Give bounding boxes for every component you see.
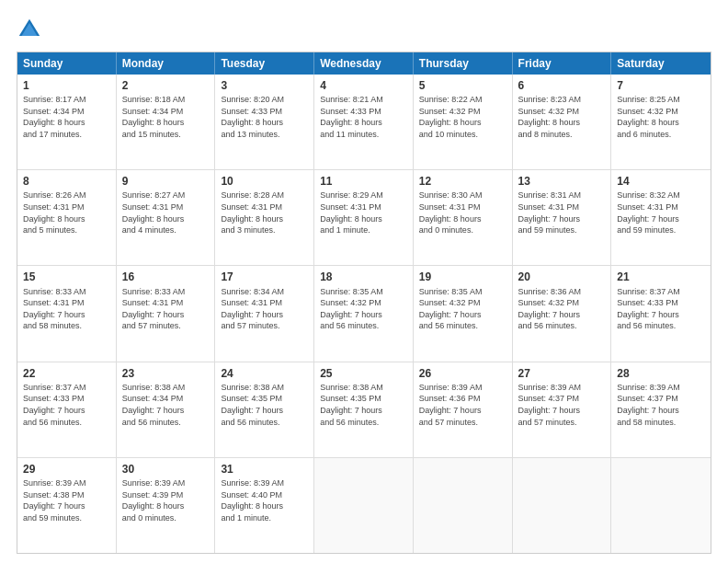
day-number: 23 [122, 366, 210, 381]
day-number: 28 [617, 366, 705, 381]
day-number: 12 [419, 174, 506, 189]
page: SundayMondayTuesdayWednesdayThursdayFrid… [0, 0, 728, 563]
calendar-cell-day-24: 24Sunrise: 8:38 AM Sunset: 4:35 PM Dayli… [215, 362, 314, 457]
calendar-cell-day-29: 29Sunrise: 8:39 AM Sunset: 4:38 PM Dayli… [17, 458, 117, 553]
calendar-cell-day-9: 9Sunrise: 8:27 AM Sunset: 4:31 PM Daylig… [117, 170, 216, 265]
day-number: 2 [122, 78, 210, 93]
day-info: Sunrise: 8:29 AM Sunset: 4:31 PM Dayligh… [320, 190, 407, 236]
day-number: 10 [221, 174, 308, 189]
day-number: 20 [518, 270, 606, 284]
day-info: Sunrise: 8:34 AM Sunset: 4:31 PM Dayligh… [221, 286, 308, 332]
day-info: Sunrise: 8:23 AM Sunset: 4:32 PM Dayligh… [518, 94, 606, 140]
calendar-cell-empty [513, 458, 612, 553]
calendar-cell-day-13: 13Sunrise: 8:31 AM Sunset: 4:31 PM Dayli… [513, 170, 612, 265]
day-info: Sunrise: 8:39 AM Sunset: 4:37 PM Dayligh… [518, 382, 606, 428]
day-info: Sunrise: 8:30 AM Sunset: 4:31 PM Dayligh… [419, 190, 506, 236]
day-info: Sunrise: 8:38 AM Sunset: 4:35 PM Dayligh… [221, 382, 308, 428]
day-number: 27 [518, 366, 606, 381]
day-number: 5 [419, 78, 506, 93]
day-info: Sunrise: 8:39 AM Sunset: 4:40 PM Dayligh… [221, 477, 308, 523]
calendar-row-4: 29Sunrise: 8:39 AM Sunset: 4:38 PM Dayli… [17, 457, 711, 553]
day-number: 18 [320, 270, 407, 284]
calendar-cell-day-21: 21Sunrise: 8:37 AM Sunset: 4:33 PM Dayli… [611, 266, 711, 361]
calendar-cell-day-28: 28Sunrise: 8:39 AM Sunset: 4:37 PM Dayli… [611, 362, 711, 457]
day-number: 7 [617, 78, 705, 93]
calendar-cell-day-15: 15Sunrise: 8:33 AM Sunset: 4:31 PM Dayli… [17, 266, 117, 361]
day-info: Sunrise: 8:39 AM Sunset: 4:38 PM Dayligh… [23, 477, 110, 523]
calendar: SundayMondayTuesdayWednesdayThursdayFrid… [17, 52, 711, 554]
calendar-cell-day-20: 20Sunrise: 8:36 AM Sunset: 4:32 PM Dayli… [513, 266, 612, 361]
day-info: Sunrise: 8:35 AM Sunset: 4:32 PM Dayligh… [320, 286, 407, 332]
day-info: Sunrise: 8:39 AM Sunset: 4:36 PM Dayligh… [419, 382, 506, 428]
calendar-cell-day-25: 25Sunrise: 8:38 AM Sunset: 4:35 PM Dayli… [314, 362, 414, 457]
day-number: 25 [320, 366, 407, 381]
calendar-cell-day-1: 1Sunrise: 8:17 AM Sunset: 4:34 PM Daylig… [17, 75, 117, 169]
day-info: Sunrise: 8:38 AM Sunset: 4:35 PM Dayligh… [320, 382, 407, 428]
day-info: Sunrise: 8:36 AM Sunset: 4:32 PM Dayligh… [518, 286, 606, 332]
calendar-cell-day-17: 17Sunrise: 8:34 AM Sunset: 4:31 PM Dayli… [215, 266, 314, 361]
day-info: Sunrise: 8:37 AM Sunset: 4:33 PM Dayligh… [23, 382, 110, 428]
day-info: Sunrise: 8:32 AM Sunset: 4:31 PM Dayligh… [617, 190, 705, 236]
header-day-thursday: Thursday [414, 52, 513, 75]
day-info: Sunrise: 8:39 AM Sunset: 4:39 PM Dayligh… [122, 477, 210, 523]
day-info: Sunrise: 8:25 AM Sunset: 4:32 PM Dayligh… [617, 94, 705, 140]
day-number: 30 [122, 462, 210, 477]
header [17, 17, 711, 42]
day-info: Sunrise: 8:28 AM Sunset: 4:31 PM Dayligh… [221, 190, 308, 236]
day-info: Sunrise: 8:17 AM Sunset: 4:34 PM Dayligh… [23, 94, 110, 140]
calendar-cell-day-31: 31Sunrise: 8:39 AM Sunset: 4:40 PM Dayli… [215, 458, 314, 553]
day-info: Sunrise: 8:38 AM Sunset: 4:34 PM Dayligh… [122, 382, 210, 428]
day-info: Sunrise: 8:39 AM Sunset: 4:37 PM Dayligh… [617, 382, 705, 428]
calendar-cell-day-12: 12Sunrise: 8:30 AM Sunset: 4:31 PM Dayli… [414, 170, 513, 265]
calendar-cell-day-27: 27Sunrise: 8:39 AM Sunset: 4:37 PM Dayli… [513, 362, 612, 457]
calendar-cell-empty [414, 458, 513, 553]
day-number: 31 [221, 462, 308, 477]
day-number: 3 [221, 78, 308, 93]
day-number: 16 [122, 270, 210, 284]
day-number: 21 [617, 270, 705, 284]
header-day-friday: Friday [513, 52, 612, 75]
header-day-saturday: Saturday [611, 52, 711, 75]
day-info: Sunrise: 8:22 AM Sunset: 4:32 PM Dayligh… [419, 94, 506, 140]
calendar-cell-day-6: 6Sunrise: 8:23 AM Sunset: 4:32 PM Daylig… [513, 75, 612, 169]
calendar-body: 1Sunrise: 8:17 AM Sunset: 4:34 PM Daylig… [17, 75, 711, 553]
calendar-cell-day-7: 7Sunrise: 8:25 AM Sunset: 4:32 PM Daylig… [611, 75, 711, 169]
day-number: 11 [320, 174, 407, 189]
calendar-cell-day-26: 26Sunrise: 8:39 AM Sunset: 4:36 PM Dayli… [414, 362, 513, 457]
day-number: 8 [23, 174, 110, 189]
calendar-cell-day-30: 30Sunrise: 8:39 AM Sunset: 4:39 PM Dayli… [117, 458, 216, 553]
day-number: 4 [320, 78, 407, 93]
calendar-cell-day-16: 16Sunrise: 8:33 AM Sunset: 4:31 PM Dayli… [117, 266, 216, 361]
calendar-row-3: 22Sunrise: 8:37 AM Sunset: 4:33 PM Dayli… [17, 362, 711, 457]
calendar-cell-day-8: 8Sunrise: 8:26 AM Sunset: 4:31 PM Daylig… [17, 170, 117, 265]
calendar-cell-day-23: 23Sunrise: 8:38 AM Sunset: 4:34 PM Dayli… [117, 362, 216, 457]
day-number: 26 [419, 366, 506, 381]
day-number: 1 [23, 78, 110, 93]
calendar-cell-day-3: 3Sunrise: 8:20 AM Sunset: 4:33 PM Daylig… [215, 75, 314, 169]
day-number: 15 [23, 270, 110, 284]
day-number: 19 [419, 270, 506, 284]
day-info: Sunrise: 8:21 AM Sunset: 4:33 PM Dayligh… [320, 94, 407, 140]
day-number: 6 [518, 78, 606, 93]
calendar-cell-day-4: 4Sunrise: 8:21 AM Sunset: 4:33 PM Daylig… [314, 75, 414, 169]
calendar-cell-day-19: 19Sunrise: 8:35 AM Sunset: 4:32 PM Dayli… [414, 266, 513, 361]
day-number: 22 [23, 366, 110, 381]
calendar-cell-day-18: 18Sunrise: 8:35 AM Sunset: 4:32 PM Dayli… [314, 266, 414, 361]
day-number: 24 [221, 366, 308, 381]
calendar-cell-day-11: 11Sunrise: 8:29 AM Sunset: 4:31 PM Dayli… [314, 170, 414, 265]
day-info: Sunrise: 8:33 AM Sunset: 4:31 PM Dayligh… [23, 286, 110, 332]
day-info: Sunrise: 8:37 AM Sunset: 4:33 PM Dayligh… [617, 286, 705, 332]
day-number: 13 [518, 174, 606, 189]
day-info: Sunrise: 8:20 AM Sunset: 4:33 PM Dayligh… [221, 94, 308, 140]
day-info: Sunrise: 8:31 AM Sunset: 4:31 PM Dayligh… [518, 190, 606, 236]
day-info: Sunrise: 8:27 AM Sunset: 4:31 PM Dayligh… [122, 190, 210, 236]
header-day-wednesday: Wednesday [314, 52, 414, 75]
calendar-header: SundayMondayTuesdayWednesdayThursdayFrid… [17, 52, 711, 75]
day-info: Sunrise: 8:18 AM Sunset: 4:34 PM Dayligh… [122, 94, 210, 140]
calendar-cell-empty [611, 458, 711, 553]
logo-icon [17, 17, 42, 42]
day-info: Sunrise: 8:33 AM Sunset: 4:31 PM Dayligh… [122, 286, 210, 332]
day-number: 14 [617, 174, 705, 189]
logo [17, 17, 46, 42]
day-number: 17 [221, 270, 308, 284]
